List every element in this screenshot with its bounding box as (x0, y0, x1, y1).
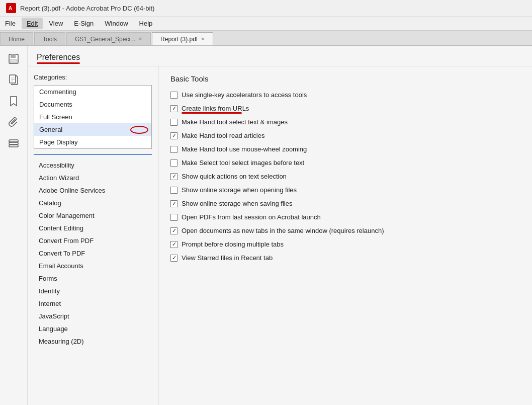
app-icon: A (6, 3, 16, 13)
sidebar-document-icon[interactable] (5, 71, 23, 89)
menu-esign[interactable]: E-Sign (69, 18, 99, 29)
content-panel: Basic Tools Use single-key accelerators … (158, 66, 532, 405)
checkbox-12[interactable] (170, 255, 178, 262)
title-bar: A Report (3).pdf - Adobe Acrobat Pro DC … (0, 0, 532, 17)
cat-item-javascript[interactable]: JavaScript (34, 310, 152, 322)
categories-bottom-group: Accessibility Action Wizard Adobe Online… (34, 159, 152, 348)
option-label-3: Make Hand tool read articles (182, 132, 264, 139)
checkbox-0[interactable] (170, 92, 178, 99)
sidebar (0, 46, 28, 405)
window-title: Report (3).pdf - Adobe Acrobat Pro DC (6… (20, 5, 154, 12)
url-annotation (182, 112, 242, 114)
sidebar-layers-icon[interactable] (5, 134, 23, 152)
cat-item-contentediting[interactable]: Content Editing (34, 222, 152, 234)
categories-panel: Categories: Commenting Documents Full Sc… (28, 66, 158, 405)
checkbox-1[interactable] (170, 105, 178, 112)
cat-item-converttopdf[interactable]: Convert To PDF (34, 247, 152, 260)
option-row-0: Use single-key accelerators to access to… (170, 91, 520, 99)
checkbox-9[interactable] (170, 214, 178, 221)
tab-report[interactable]: Report (3).pdf ✕ (152, 32, 213, 45)
menu-edit[interactable]: Edit (22, 18, 43, 29)
svg-rect-4 (10, 59, 17, 63)
cat-item-emailaccounts[interactable]: Email Accounts (34, 260, 152, 272)
tab-gs1[interactable]: GS1_General_Speci... ✕ (66, 32, 151, 45)
option-label-4: Make Hand tool use mouse-wheel zooming (182, 145, 307, 153)
cat-item-catalog[interactable]: Catalog (34, 197, 152, 209)
cat-item-general[interactable]: General (34, 123, 151, 136)
option-label-1: Create links from URLs (182, 105, 249, 112)
option-label-11: Prompt before closing multiple tabs (182, 240, 284, 248)
preferences-dialog: Preferences Categories: Commenting Docum… (28, 46, 532, 405)
cat-item-adobeonline[interactable]: Adobe Online Services (34, 184, 152, 197)
checkbox-7[interactable] (170, 187, 178, 194)
cat-item-internet[interactable]: Internet (34, 297, 152, 310)
tab-close-report[interactable]: ✕ (201, 36, 205, 42)
svg-text:A: A (9, 6, 12, 11)
option-row-1: Create links from URLs (170, 105, 520, 112)
option-row-6: Show quick actions on text selection (170, 173, 520, 180)
preferences-body: Categories: Commenting Documents Full Sc… (28, 66, 532, 405)
tab-home[interactable]: Home (0, 32, 33, 45)
checkbox-10[interactable] (170, 227, 178, 234)
cat-item-fullscreen[interactable]: Full Screen (34, 111, 151, 123)
checkbox-11[interactable] (170, 241, 178, 248)
option-row-10: Open documents as new tabs in the same w… (170, 227, 520, 234)
preferences-title: Preferences (37, 53, 80, 62)
cat-item-language[interactable]: Language (34, 322, 152, 335)
svg-rect-9 (9, 140, 18, 142)
categories-divider (34, 154, 152, 155)
option-label-10: Open documents as new tabs in the same w… (182, 227, 384, 234)
sidebar-attachment-icon[interactable] (5, 113, 23, 131)
option-row-4: Make Hand tool use mouse-wheel zooming (170, 145, 520, 153)
option-row-3: Make Hand tool read articles (170, 132, 520, 139)
menu-help[interactable]: Help (134, 18, 158, 29)
option-row-2: Make Hand tool select text & images (170, 118, 520, 126)
cat-item-accessibility[interactable]: Accessibility (34, 159, 152, 172)
categories-top-group: Commenting Documents Full Screen General… (34, 85, 152, 149)
title-underline-decoration (37, 62, 80, 64)
option-row-7: Show online storage when opening files (170, 186, 520, 194)
categories-label: Categories: (34, 73, 152, 81)
content-title: Basic Tools (170, 74, 520, 83)
sidebar-save-icon[interactable] (5, 50, 23, 68)
cat-item-measuring2d[interactable]: Measuring (2D) (34, 335, 152, 348)
checkbox-6[interactable] (170, 173, 178, 180)
menu-file[interactable]: File (0, 18, 21, 29)
menu-window[interactable]: Window (100, 18, 133, 29)
option-label-0: Use single-key accelerators to access to… (182, 91, 307, 99)
cat-item-commenting[interactable]: Commenting (34, 86, 151, 98)
tab-tools[interactable]: Tools (34, 32, 65, 45)
cat-item-pagedisplay[interactable]: Page Display (34, 136, 151, 148)
cat-item-identity[interactable]: Identity (34, 285, 152, 297)
svg-rect-10 (9, 142, 18, 144)
option-row-5: Make Select tool select images before te… (170, 159, 520, 167)
menu-bar: File Edit View E-Sign Window Help (0, 17, 532, 31)
app-body: Preferences Categories: Commenting Docum… (0, 46, 532, 405)
option-label-2: Make Hand tool select text & images (182, 118, 288, 126)
menu-view[interactable]: View (44, 18, 68, 29)
option-label-7: Show online storage when opening files (182, 186, 297, 194)
cat-item-actionwizard[interactable]: Action Wizard (34, 172, 152, 184)
tab-bar: Home Tools GS1_General_Speci... ✕ Report… (0, 31, 532, 46)
sidebar-bookmark-icon[interactable] (5, 92, 23, 110)
option-row-12: View Starred files in Recent tab (170, 254, 520, 262)
cat-item-forms[interactable]: Forms (34, 272, 152, 285)
cat-item-colormanagement[interactable]: Color Management (34, 209, 152, 222)
checkbox-5[interactable] (170, 159, 178, 167)
checkbox-8[interactable] (170, 200, 178, 207)
general-annotation (130, 126, 148, 134)
option-label-12: View Starred files in Recent tab (182, 254, 273, 262)
preferences-header: Preferences (28, 46, 532, 66)
option-row-8: Show online storage when saving files (170, 200, 520, 207)
checkbox-2[interactable] (170, 119, 178, 126)
checkbox-3[interactable] (170, 132, 178, 139)
option-row-9: Open PDFs from last session on Acrobat l… (170, 213, 520, 221)
svg-rect-11 (9, 145, 18, 147)
cat-item-convertfrompdf[interactable]: Convert From PDF (34, 234, 152, 247)
checkbox-4[interactable] (170, 146, 178, 153)
option-row-11: Prompt before closing multiple tabs (170, 240, 520, 248)
option-label-8: Show online storage when saving files (182, 200, 292, 207)
svg-rect-3 (11, 54, 16, 58)
tab-close-gs1[interactable]: ✕ (138, 36, 142, 42)
cat-item-documents[interactable]: Documents (34, 98, 151, 111)
